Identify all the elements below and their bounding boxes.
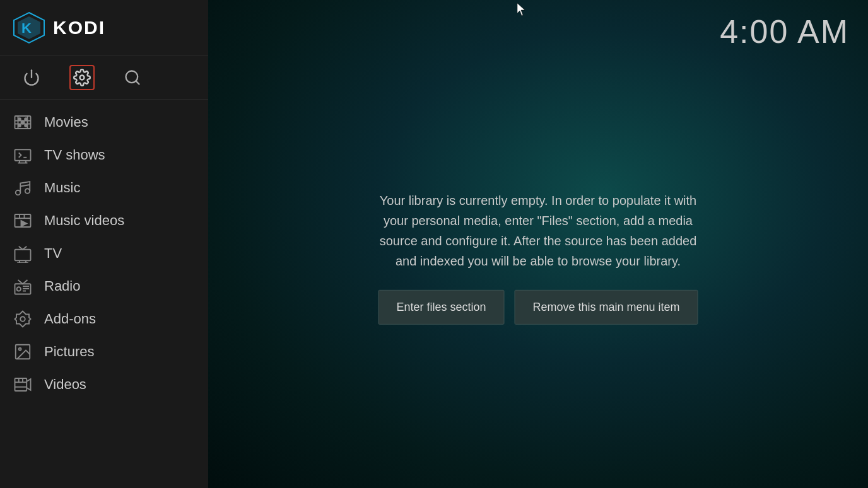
sidebar-item-music[interactable]: Music xyxy=(0,171,208,204)
addons-icon xyxy=(13,309,33,329)
search-button[interactable] xyxy=(120,65,145,90)
videos-label: Videos xyxy=(44,376,86,393)
svg-rect-42 xyxy=(15,378,27,391)
tv-icon xyxy=(13,243,33,264)
svg-rect-17 xyxy=(15,149,31,161)
svg-line-6 xyxy=(136,81,139,84)
enter-files-button[interactable]: Enter files section xyxy=(378,290,504,325)
sidebar-item-addons[interactable]: Add-ons xyxy=(0,303,208,335)
sidebar-item-tv[interactable]: TV xyxy=(0,237,208,270)
message-text: Your library is currently empty. In orde… xyxy=(373,190,703,271)
svg-marker-47 xyxy=(517,3,525,16)
tv-label: TV xyxy=(44,245,62,262)
radio-icon xyxy=(13,276,33,296)
svg-text:K: K xyxy=(21,20,32,36)
movies-icon xyxy=(13,112,33,132)
sidebar-header: K KODI xyxy=(0,0,208,56)
sidebar-icon-row xyxy=(0,56,208,100)
remove-menu-item-button[interactable]: Remove this main menu item xyxy=(514,290,698,325)
pictures-icon xyxy=(13,342,33,362)
sidebar-item-tvshows[interactable]: TV shows xyxy=(0,139,208,171)
svg-point-39 xyxy=(20,317,25,322)
settings-button[interactable] xyxy=(69,65,95,90)
musicvideos-icon xyxy=(13,211,33,231)
svg-point-23 xyxy=(25,189,30,194)
nav-items: Movies TV shows xyxy=(0,100,208,488)
svg-point-8 xyxy=(18,118,21,120)
addons-label: Add-ons xyxy=(44,311,96,327)
svg-point-22 xyxy=(16,190,21,195)
videos-icon xyxy=(13,375,33,395)
sidebar-item-radio[interactable]: Radio xyxy=(0,270,208,303)
main-content: 4:00 AM Your library is currently empty.… xyxy=(208,0,868,488)
music-label: Music xyxy=(44,180,80,196)
sidebar-item-videos[interactable]: Videos xyxy=(0,368,208,401)
sidebar-item-movies[interactable]: Movies xyxy=(0,106,208,139)
tvshows-label: TV shows xyxy=(44,147,105,163)
kodi-logo: K xyxy=(13,11,45,44)
app-title: KODI xyxy=(53,17,105,38)
svg-point-41 xyxy=(19,348,21,351)
time-display: 4:00 AM xyxy=(720,0,868,50)
svg-line-24 xyxy=(20,185,30,187)
tvshows-icon xyxy=(13,145,33,165)
svg-rect-30 xyxy=(15,250,31,261)
movies-label: Movies xyxy=(44,114,88,131)
sidebar-item-pictures[interactable]: Pictures xyxy=(0,335,208,368)
sidebar-item-musicvideos[interactable]: Music videos xyxy=(0,204,208,237)
action-buttons: Enter files section Remove this main men… xyxy=(373,290,703,325)
musicvideos-label: Music videos xyxy=(44,212,124,229)
pictures-label: Pictures xyxy=(44,344,94,360)
svg-point-11 xyxy=(25,124,27,127)
radio-label: Radio xyxy=(44,278,80,294)
svg-point-10 xyxy=(18,124,21,127)
music-icon xyxy=(13,178,33,198)
sidebar: K KODI xyxy=(0,0,208,488)
svg-point-35 xyxy=(17,287,21,291)
svg-marker-29 xyxy=(21,221,27,226)
power-button[interactable] xyxy=(19,65,44,90)
mouse-cursor xyxy=(517,3,526,16)
svg-point-4 xyxy=(80,76,85,80)
empty-library-message: Your library is currently empty. In orde… xyxy=(373,190,703,325)
svg-point-9 xyxy=(25,118,27,120)
